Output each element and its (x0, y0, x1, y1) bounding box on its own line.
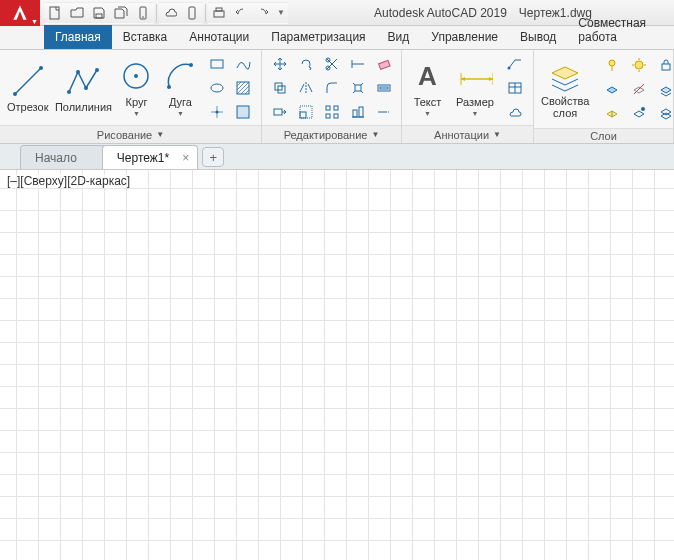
stretch-icon[interactable] (268, 101, 292, 123)
layer-iso-icon[interactable] (600, 78, 624, 100)
svg-point-8 (13, 92, 17, 96)
mirror-icon[interactable] (294, 77, 318, 99)
close-icon[interactable]: × (182, 151, 189, 165)
extend-icon[interactable] (346, 53, 370, 75)
new-icon[interactable] (44, 2, 66, 24)
scale-icon[interactable] (294, 101, 318, 123)
saveall-icon[interactable] (110, 2, 132, 24)
text-button[interactable]: A Текст ▼ (408, 54, 447, 122)
spline-icon[interactable] (231, 53, 255, 75)
svg-rect-48 (359, 107, 363, 117)
panel-layers: Свойства слоя (534, 50, 674, 143)
arc-button[interactable]: Дуга ▼ (161, 54, 199, 122)
svg-rect-32 (355, 85, 361, 91)
cloud-icon[interactable] (503, 101, 527, 123)
leader-icon[interactable] (503, 53, 527, 75)
fillet-icon[interactable] (320, 77, 344, 99)
svg-rect-45 (334, 114, 338, 118)
save-icon[interactable] (88, 2, 110, 24)
svg-point-15 (134, 74, 138, 78)
svg-rect-29 (379, 60, 390, 69)
svg-point-54 (508, 66, 511, 69)
line-button[interactable]: Отрезок (6, 54, 49, 122)
modify-tools (268, 53, 396, 123)
point-icon[interactable] (205, 101, 229, 123)
layer-make-current-icon[interactable] (600, 102, 624, 124)
layer-prev-icon[interactable] (654, 78, 674, 100)
explode-icon[interactable] (346, 77, 370, 99)
svg-line-36 (361, 91, 363, 93)
doctab-drawing1[interactable]: Чертеж1* × (102, 145, 198, 169)
panel-annotation-title[interactable]: Аннотации▼ (402, 125, 533, 143)
tab-collab[interactable]: Совместная работа (567, 11, 674, 49)
table-icon[interactable] (503, 77, 527, 99)
svg-line-35 (353, 91, 355, 93)
document-tabs: Начало Чертеж1* × + (0, 144, 674, 170)
quick-access-toolbar: ▼ (40, 2, 292, 24)
ellipse-icon[interactable] (205, 77, 229, 99)
svg-point-16 (167, 85, 171, 89)
polyline-icon (65, 63, 101, 99)
svg-rect-5 (214, 11, 224, 17)
layer-lock-icon[interactable] (654, 54, 674, 76)
svg-point-60 (635, 61, 643, 69)
layer-freeze-icon[interactable] (627, 54, 651, 76)
doctab-start[interactable]: Начало (20, 145, 106, 169)
svg-point-17 (189, 63, 193, 67)
layer-off-icon[interactable] (627, 78, 651, 100)
rotate-icon[interactable] (294, 53, 318, 75)
erase-icon[interactable] (372, 53, 396, 75)
undo-icon[interactable] (230, 2, 252, 24)
mobile-icon[interactable] (132, 2, 154, 24)
hatch-icon[interactable] (231, 77, 255, 99)
layer-quick-tools (598, 52, 674, 126)
offset-icon[interactable] (372, 77, 396, 99)
svg-rect-42 (326, 106, 330, 110)
svg-rect-44 (326, 114, 330, 118)
layer-properties-button[interactable]: Свойства слоя (540, 55, 590, 123)
circle-button[interactable]: Круг ▼ (117, 54, 155, 122)
svg-rect-0 (50, 7, 59, 19)
layer-walk-icon[interactable] (627, 102, 651, 124)
arc-icon (162, 58, 198, 94)
app-menu-button[interactable]: ▼ (0, 0, 40, 26)
tab-view[interactable]: Вид (377, 25, 421, 49)
polyline-button[interactable]: Полилиния (55, 54, 111, 122)
region-icon[interactable] (231, 101, 255, 123)
array-icon[interactable] (320, 101, 344, 123)
align-icon[interactable] (346, 101, 370, 123)
copy-icon[interactable] (268, 77, 292, 99)
svg-rect-39 (274, 109, 282, 115)
tab-parametric[interactable]: Параметризация (260, 25, 376, 49)
trim-icon[interactable] (320, 53, 344, 75)
tab-manage[interactable]: Управление (420, 25, 509, 49)
svg-point-9 (39, 66, 43, 70)
redo-icon[interactable] (252, 2, 274, 24)
panel-modify-title[interactable]: Редактирование▼ (262, 125, 401, 143)
layer-merge-icon[interactable] (654, 102, 674, 124)
grid-background (0, 170, 674, 560)
qat-dropdown-icon[interactable]: ▼ (274, 2, 288, 24)
tab-annotate[interactable]: Аннотации (178, 25, 260, 49)
ribbon-tabs: Главная Вставка Аннотации Параметризация… (0, 26, 674, 50)
tab-output[interactable]: Вывод (509, 25, 567, 49)
move-icon[interactable] (268, 53, 292, 75)
layer-on-icon[interactable] (600, 54, 624, 76)
dimension-button[interactable]: Размер ▼ (453, 54, 497, 122)
cloud-open-icon[interactable] (159, 2, 181, 24)
tab-insert[interactable]: Вставка (112, 25, 179, 49)
rectangle-icon[interactable] (205, 53, 229, 75)
panel-layers-title[interactable]: Слои (534, 128, 673, 143)
svg-point-70 (641, 107, 645, 111)
drawing-area[interactable]: [–][Сверху][2D-каркас] (0, 170, 674, 560)
viewport-controls[interactable]: [–][Сверху][2D-каркас] (6, 174, 131, 188)
svg-rect-1 (96, 14, 102, 18)
svg-point-13 (95, 68, 99, 72)
cloud-mobile-icon[interactable] (181, 2, 203, 24)
plot-icon[interactable] (208, 2, 230, 24)
tab-home[interactable]: Главная (44, 25, 112, 49)
new-tab-button[interactable]: + (202, 147, 224, 167)
panel-draw-title[interactable]: Рисование▼ (0, 125, 261, 143)
open-icon[interactable] (66, 2, 88, 24)
lengthen-icon[interactable] (372, 101, 396, 123)
